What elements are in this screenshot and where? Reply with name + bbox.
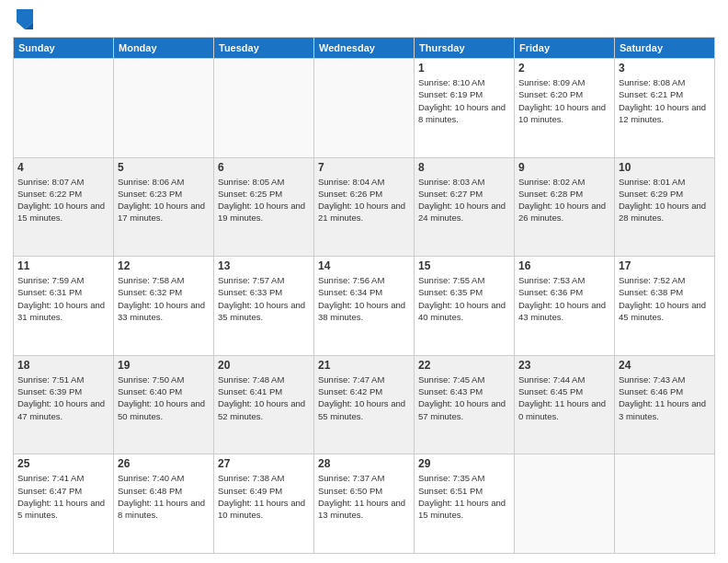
calendar-cell: 26Sunrise: 7:40 AM Sunset: 6:48 PM Dayli…	[114, 454, 214, 554]
day-info: Sunrise: 7:44 AM Sunset: 6:45 PM Dayligh…	[518, 373, 610, 422]
calendar-week-row: 4Sunrise: 8:07 AM Sunset: 6:22 PM Daylig…	[14, 157, 715, 257]
calendar-cell: 9Sunrise: 8:02 AM Sunset: 6:28 PM Daylig…	[515, 157, 615, 257]
day-info: Sunrise: 8:05 AM Sunset: 6:25 PM Dayligh…	[218, 176, 310, 224]
day-number: 14	[318, 259, 410, 272]
calendar-cell: 1Sunrise: 8:10 AM Sunset: 6:19 PM Daylig…	[415, 59, 515, 158]
day-number: 22	[418, 359, 510, 372]
calendar-week-row: 18Sunrise: 7:51 AM Sunset: 6:39 PM Dayli…	[14, 355, 715, 454]
day-info: Sunrise: 7:51 AM Sunset: 6:39 PM Dayligh…	[17, 373, 109, 422]
header	[13, 9, 715, 29]
day-number: 20	[218, 359, 310, 372]
day-number: 27	[218, 457, 310, 470]
day-number: 3	[619, 62, 711, 75]
day-info: Sunrise: 7:43 AM Sunset: 6:46 PM Dayligh…	[619, 373, 711, 422]
calendar-header-monday: Monday	[114, 38, 214, 59]
calendar-cell	[14, 59, 114, 158]
day-number: 16	[518, 259, 610, 272]
day-number: 8	[418, 161, 510, 174]
day-number: 11	[17, 259, 109, 272]
calendar-week-row: 25Sunrise: 7:41 AM Sunset: 6:47 PM Dayli…	[14, 454, 715, 554]
day-info: Sunrise: 8:02 AM Sunset: 6:28 PM Dayligh…	[518, 176, 610, 224]
calendar-cell: 19Sunrise: 7:50 AM Sunset: 6:40 PM Dayli…	[114, 355, 214, 454]
day-info: Sunrise: 7:48 AM Sunset: 6:41 PM Dayligh…	[218, 373, 310, 422]
day-number: 15	[418, 259, 510, 272]
calendar-cell	[214, 59, 314, 158]
calendar-cell: 29Sunrise: 7:35 AM Sunset: 6:51 PM Dayli…	[415, 454, 515, 554]
day-info: Sunrise: 7:45 AM Sunset: 6:43 PM Dayligh…	[418, 373, 510, 422]
calendar-cell: 6Sunrise: 8:05 AM Sunset: 6:25 PM Daylig…	[214, 157, 314, 257]
day-number: 9	[518, 161, 610, 174]
calendar-cell: 10Sunrise: 8:01 AM Sunset: 6:29 PM Dayli…	[615, 157, 715, 257]
day-number: 1	[418, 62, 510, 75]
day-number: 18	[17, 359, 109, 372]
calendar-cell: 22Sunrise: 7:45 AM Sunset: 6:43 PM Dayli…	[415, 355, 515, 454]
calendar-header-friday: Friday	[515, 38, 615, 59]
day-info: Sunrise: 7:55 AM Sunset: 6:35 PM Dayligh…	[418, 274, 510, 323]
calendar-header-sunday: Sunday	[14, 38, 114, 59]
day-number: 5	[118, 161, 210, 174]
day-number: 4	[17, 161, 109, 174]
day-number: 25	[17, 457, 109, 470]
calendar-header-tuesday: Tuesday	[214, 38, 314, 59]
calendar-cell: 3Sunrise: 8:08 AM Sunset: 6:21 PM Daylig…	[615, 59, 715, 158]
day-info: Sunrise: 7:53 AM Sunset: 6:36 PM Dayligh…	[518, 274, 610, 323]
day-number: 26	[118, 457, 210, 470]
calendar-cell: 16Sunrise: 7:53 AM Sunset: 6:36 PM Dayli…	[515, 257, 615, 356]
calendar-cell: 2Sunrise: 8:09 AM Sunset: 6:20 PM Daylig…	[515, 59, 615, 158]
day-info: Sunrise: 8:09 AM Sunset: 6:20 PM Dayligh…	[518, 76, 610, 125]
day-info: Sunrise: 7:50 AM Sunset: 6:40 PM Dayligh…	[118, 373, 210, 422]
calendar-cell: 12Sunrise: 7:58 AM Sunset: 6:32 PM Dayli…	[114, 257, 214, 356]
day-info: Sunrise: 7:37 AM Sunset: 6:50 PM Dayligh…	[318, 472, 410, 521]
day-number: 7	[318, 161, 410, 174]
calendar-table: SundayMondayTuesdayWednesdayThursdayFrid…	[13, 37, 715, 554]
day-number: 12	[118, 259, 210, 272]
day-number: 28	[318, 457, 410, 470]
calendar-week-row: 11Sunrise: 7:59 AM Sunset: 6:31 PM Dayli…	[14, 257, 715, 356]
calendar-cell: 14Sunrise: 7:56 AM Sunset: 6:34 PM Dayli…	[314, 257, 415, 356]
day-info: Sunrise: 7:57 AM Sunset: 6:33 PM Dayligh…	[218, 274, 310, 323]
calendar-cell	[114, 59, 214, 158]
day-info: Sunrise: 8:06 AM Sunset: 6:23 PM Dayligh…	[118, 176, 210, 224]
day-info: Sunrise: 8:04 AM Sunset: 6:26 PM Dayligh…	[318, 176, 410, 224]
day-info: Sunrise: 7:59 AM Sunset: 6:31 PM Dayligh…	[17, 274, 109, 323]
calendar-cell: 17Sunrise: 7:52 AM Sunset: 6:38 PM Dayli…	[615, 257, 715, 356]
calendar-cell: 13Sunrise: 7:57 AM Sunset: 6:33 PM Dayli…	[214, 257, 314, 356]
day-number: 2	[518, 62, 610, 75]
day-number: 17	[619, 259, 711, 272]
calendar-cell: 25Sunrise: 7:41 AM Sunset: 6:47 PM Dayli…	[14, 454, 114, 554]
calendar-cell: 28Sunrise: 7:37 AM Sunset: 6:50 PM Dayli…	[314, 454, 415, 554]
day-info: Sunrise: 8:08 AM Sunset: 6:21 PM Dayligh…	[619, 76, 711, 125]
calendar-cell: 20Sunrise: 7:48 AM Sunset: 6:41 PM Dayli…	[214, 355, 314, 454]
calendar-cell	[314, 59, 415, 158]
day-info: Sunrise: 8:01 AM Sunset: 6:29 PM Dayligh…	[619, 176, 711, 224]
calendar-header-thursday: Thursday	[415, 38, 515, 59]
calendar-cell: 8Sunrise: 8:03 AM Sunset: 6:27 PM Daylig…	[415, 157, 515, 257]
logo-icon	[17, 9, 33, 29]
calendar-header-row: SundayMondayTuesdayWednesdayThursdayFrid…	[14, 38, 715, 59]
day-number: 13	[218, 259, 310, 272]
calendar-header-wednesday: Wednesday	[314, 38, 415, 59]
calendar-cell: 7Sunrise: 8:04 AM Sunset: 6:26 PM Daylig…	[314, 157, 415, 257]
day-info: Sunrise: 7:56 AM Sunset: 6:34 PM Dayligh…	[318, 274, 410, 323]
day-info: Sunrise: 7:41 AM Sunset: 6:47 PM Dayligh…	[17, 472, 109, 521]
logo	[13, 9, 33, 29]
day-info: Sunrise: 7:47 AM Sunset: 6:42 PM Dayligh…	[318, 373, 410, 422]
calendar-cell: 27Sunrise: 7:38 AM Sunset: 6:49 PM Dayli…	[214, 454, 314, 554]
day-number: 6	[218, 161, 310, 174]
day-number: 19	[118, 359, 210, 372]
day-info: Sunrise: 7:35 AM Sunset: 6:51 PM Dayligh…	[418, 472, 510, 521]
day-info: Sunrise: 8:10 AM Sunset: 6:19 PM Dayligh…	[418, 76, 510, 125]
calendar-week-row: 1Sunrise: 8:10 AM Sunset: 6:19 PM Daylig…	[14, 59, 715, 158]
calendar-cell: 24Sunrise: 7:43 AM Sunset: 6:46 PM Dayli…	[615, 355, 715, 454]
day-number: 23	[518, 359, 610, 372]
day-number: 24	[619, 359, 711, 372]
day-number: 29	[418, 457, 510, 470]
calendar-cell: 11Sunrise: 7:59 AM Sunset: 6:31 PM Dayli…	[14, 257, 114, 356]
day-info: Sunrise: 7:58 AM Sunset: 6:32 PM Dayligh…	[118, 274, 210, 323]
calendar-cell: 18Sunrise: 7:51 AM Sunset: 6:39 PM Dayli…	[14, 355, 114, 454]
calendar-cell	[515, 454, 615, 554]
calendar-cell: 23Sunrise: 7:44 AM Sunset: 6:45 PM Dayli…	[515, 355, 615, 454]
calendar-cell: 5Sunrise: 8:06 AM Sunset: 6:23 PM Daylig…	[114, 157, 214, 257]
calendar-header-saturday: Saturday	[615, 38, 715, 59]
day-info: Sunrise: 8:03 AM Sunset: 6:27 PM Dayligh…	[418, 176, 510, 224]
